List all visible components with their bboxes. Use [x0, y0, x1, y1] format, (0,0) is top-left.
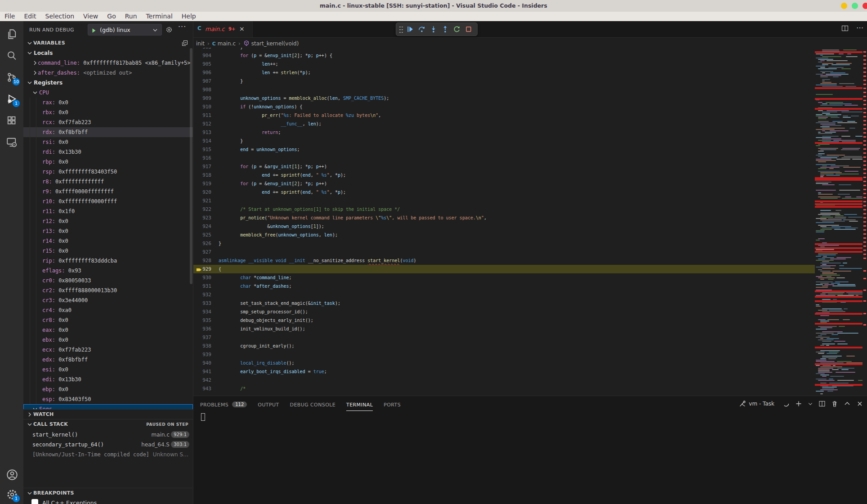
register-ebx[interactable]: ebx: 0x0: [23, 335, 193, 345]
register-ebp[interactable]: ebp: 0x0: [23, 384, 193, 394]
step-out-button[interactable]: [439, 23, 451, 35]
maximize-button[interactable]: [852, 3, 858, 9]
register-rcx[interactable]: rcx: 0xf7fab223: [23, 117, 193, 127]
register-r15[interactable]: r15: 0x0: [23, 246, 193, 256]
terminal-task-label[interactable]: vm - Task: [749, 401, 774, 407]
code-line-926[interactable]: 926}: [193, 239, 815, 248]
register-rbp[interactable]: rbp: 0x0: [23, 157, 193, 167]
register-rip[interactable]: rip: 0xffffffff83dddcba: [23, 256, 193, 266]
code-line-910[interactable]: 910if (!unknown_options) {: [193, 103, 815, 111]
register-r14[interactable]: r14: 0x0: [23, 236, 193, 246]
register-group-cpu[interactable]: CPU: [23, 88, 193, 98]
menu-help[interactable]: Help: [177, 12, 201, 21]
menu-selection[interactable]: Selection: [41, 12, 79, 21]
maximize-panel-icon[interactable]: [844, 400, 851, 407]
register-r9[interactable]: r9: 0xffff0000ffffffff: [23, 187, 193, 196]
launch-config-dropdown[interactable]: (gdb) linux: [88, 24, 162, 36]
code-line-908[interactable]: 908: [193, 85, 815, 94]
code-line-911[interactable]: 911pr_err("%s: Failed to allocate %zu by…: [193, 111, 815, 120]
register-edx[interactable]: edx: 0xf8bfbff: [23, 355, 193, 365]
code-line-916[interactable]: 916: [193, 154, 815, 162]
panel-tab-debug-console[interactable]: DEBUG CONSOLE: [290, 402, 336, 410]
stack-frame[interactable]: start_kernel()main.c929:1: [23, 430, 193, 440]
register-rbx[interactable]: rbx: 0x0: [23, 107, 193, 117]
register-r10[interactable]: r10: 0xffffffff0000ffff: [23, 196, 193, 206]
code-line-934[interactable]: 934smp_setup_processor_id();: [193, 308, 815, 316]
register-cr2[interactable]: cr2: 0xffff888000013b30: [23, 285, 193, 295]
code-line-924[interactable]: 924 &unknown_options[1]);: [193, 222, 815, 231]
code-line-932[interactable]: 932: [193, 290, 815, 299]
code-line-903[interactable]: 903}: [193, 48, 815, 51]
close-button[interactable]: [863, 3, 867, 9]
breakpoint-checkbox[interactable]: [31, 499, 38, 504]
terminal-content[interactable]: [193, 410, 867, 504]
stop-button[interactable]: [463, 23, 474, 35]
code-line-940[interactable]: 940local_irq_disable();: [193, 359, 815, 367]
breadcrumb-item[interactable]: init: [196, 40, 205, 47]
watch-section-header[interactable]: WATCH: [23, 409, 193, 419]
code-line-943[interactable]: 943/*: [193, 384, 815, 393]
register-r8[interactable]: r8: 0xfffffffffffff: [23, 177, 193, 187]
configure-gear-icon[interactable]: [165, 26, 173, 35]
activity-search[interactable]: [0, 45, 23, 67]
breadcrumb-item[interactable]: start_kernel(void): [243, 39, 299, 47]
register-rsi[interactable]: rsi: 0x0: [23, 137, 193, 147]
variable-command_line[interactable]: command_line: 0xffffffff817bab85 <x86_fa…: [23, 58, 193, 68]
code-line-925[interactable]: 925memblock_free(unknown_options, len);: [193, 231, 815, 239]
tab-main-c[interactable]: C main.c 9+ ×: [193, 21, 253, 37]
activity-remote-explorer[interactable]: [0, 131, 23, 153]
activity-account[interactable]: [0, 464, 23, 485]
register-group-segs[interactable]: Segs: [23, 404, 193, 409]
split-terminal-icon[interactable]: [818, 400, 826, 407]
minimap[interactable]: [815, 48, 863, 396]
split-editor-icon[interactable]: [841, 25, 849, 34]
panel-tab-output[interactable]: OUTPUT: [258, 402, 279, 410]
register-ecx[interactable]: ecx: 0xf7fab223: [23, 345, 193, 355]
code-line-939[interactable]: 939: [193, 350, 815, 359]
register-esp[interactable]: esp: 0x83403f50: [23, 394, 193, 404]
kill-terminal-icon[interactable]: [831, 400, 838, 407]
variable-after_dashes[interactable]: after_dashes: <optimized out>: [23, 68, 193, 78]
code-line-942[interactable]: 942: [193, 376, 815, 384]
activity-files[interactable]: [0, 23, 23, 45]
variables-section-header[interactable]: VARIABLES: [23, 38, 193, 48]
collapse-all-icon[interactable]: [181, 40, 188, 48]
code-line-936[interactable]: 936init_vmlinux_build_id();: [193, 325, 815, 333]
panel-tab-problems[interactable]: PROBLEMS112: [200, 402, 247, 410]
code-line-917[interactable]: 917for (p = &argv_init[1]; *p; p++): [193, 162, 815, 171]
register-r13[interactable]: r13: 0x0: [23, 226, 193, 236]
stack-frame[interactable]: [Unknown/Just-In-Time compiled code]Unkn…: [23, 450, 193, 459]
register-cr3[interactable]: cr3: 0x3e44000: [23, 295, 193, 305]
code-line-914[interactable]: 914}: [193, 137, 815, 145]
call-stack-section-header[interactable]: CALL STACK PAUSED ON STEP: [23, 419, 193, 429]
breadcrumb-item[interactable]: C main.c: [212, 40, 236, 47]
scope-registers[interactable]: Registers: [23, 78, 193, 88]
register-edi[interactable]: edi: 0x13b30: [23, 375, 193, 384]
code-line-930[interactable]: 930char *command_line;: [193, 273, 815, 282]
code-line-909[interactable]: 909unknown_options = memblock_alloc(len,…: [193, 94, 815, 103]
menu-file[interactable]: File: [0, 12, 19, 21]
register-r11[interactable]: r11: 0x1f0: [23, 206, 193, 216]
code-line-913[interactable]: 913return;: [193, 128, 815, 137]
register-cr0[interactable]: cr0: 0x80050033: [23, 276, 193, 285]
minimize-button[interactable]: [841, 3, 847, 9]
start-debug-icon[interactable]: [91, 27, 97, 36]
panel-tab-ports[interactable]: PORTS: [384, 402, 401, 410]
code-line-904[interactable]: 904for (p = &envp_init[2]; *p; p++) {: [193, 51, 815, 60]
menu-edit[interactable]: Edit: [19, 12, 40, 21]
register-cr8[interactable]: cr8: 0x0: [23, 315, 193, 325]
step-into-button[interactable]: [428, 23, 439, 35]
step-over-button[interactable]: [416, 23, 428, 35]
code-line-937[interactable]: 937: [193, 333, 815, 342]
code-line-935[interactable]: 935debug_objects_early_init();: [193, 316, 815, 325]
activity-settings[interactable]: 1: [0, 483, 23, 504]
register-rdi[interactable]: rdi: 0x13b30: [23, 147, 193, 157]
code-line-933[interactable]: 933set_task_stack_end_magic(&init_task);: [193, 299, 815, 308]
code-area[interactable]: 903}904for (p = &envp_init[2]; *p; p++) …: [193, 48, 815, 396]
menu-run[interactable]: Run: [121, 12, 142, 21]
register-rsp[interactable]: rsp: 0xffffffff83403f50: [23, 167, 193, 177]
activity-source-control[interactable]: 10: [0, 67, 23, 88]
code-line-906[interactable]: 906len += strlen(*p);: [193, 68, 815, 77]
register-rdx[interactable]: rdx: 0xf8bfbff: [23, 127, 193, 137]
code-line-912[interactable]: 912 __func__, len);: [193, 120, 815, 128]
